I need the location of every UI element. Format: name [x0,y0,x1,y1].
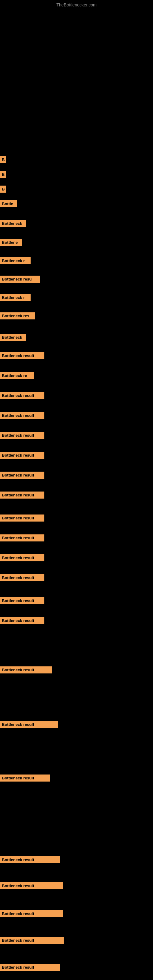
bottleneck-result-29: Bottleneck result [0,856,60,863]
bottleneck-result-15: Bottleneck result [0,412,45,419]
bottleneck-result-5: Bottleneck [0,220,26,227]
bottleneck-result-23: Bottleneck result [0,574,45,581]
bottleneck-result-24: Bottleneck result [0,597,45,604]
bottleneck-result-6: Bottlene [0,239,22,246]
bottleneck-result-12: Bottleneck result [0,352,45,359]
site-title: TheBottlenecker.com [56,2,97,7]
bottleneck-result-9: Bottleneck r [0,294,30,301]
bottleneck-result-31: Bottleneck result [0,910,63,917]
bottleneck-result-11: Bottleneck [0,334,26,341]
bottleneck-result-28: Bottleneck result [0,775,50,781]
bottleneck-result-7: Bottleneck r [0,257,30,264]
bottleneck-result-30: Bottleneck result [0,882,63,889]
bottleneck-result-14: Bottleneck result [0,392,45,399]
bottleneck-result-20: Bottleneck result [0,514,45,522]
bottleneck-result-18: Bottleneck result [0,472,45,479]
bottleneck-result-13: Bottleneck re [0,372,33,379]
bottleneck-result-22: Bottleneck result [0,554,45,562]
bottleneck-result-10: Bottleneck res [0,312,35,320]
bottleneck-result-17: Bottleneck result [0,452,45,459]
bottleneck-result-26: Bottleneck result [0,667,52,673]
bottleneck-result-1: B [0,156,6,163]
bottleneck-result-27: Bottleneck result [0,721,58,728]
bottleneck-result-16: Bottleneck result [0,432,45,439]
bottleneck-result-33: Bottleneck result [0,964,60,971]
bottleneck-result-8: Bottleneck resu [0,275,40,283]
bottleneck-result-2: B [0,171,6,178]
bottleneck-result-19: Bottleneck result [0,492,45,499]
bottleneck-result-25: Bottleneck result [0,617,45,624]
bottleneck-result-21: Bottleneck result [0,535,45,541]
bottleneck-result-32: Bottleneck result [0,937,64,944]
bottleneck-result-3: B [0,186,6,192]
bottleneck-result-4: Bottle [0,200,17,207]
